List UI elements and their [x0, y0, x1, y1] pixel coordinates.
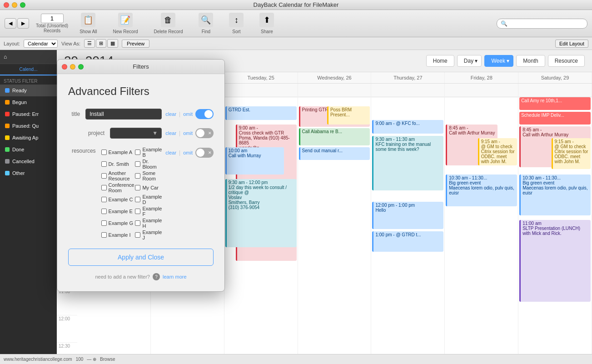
project-filter-label: project	[68, 130, 104, 136]
resource-label: Example A	[109, 150, 133, 155]
resource-label: Example C	[109, 197, 133, 202]
resource-label: Example D	[142, 194, 162, 205]
resource-label: Dr. Smith	[109, 161, 129, 167]
modal-heading: Advanced Filters	[68, 85, 214, 98]
resources-separator: |	[179, 150, 180, 156]
resource-item[interactable]: Dr. Bloom	[135, 159, 162, 170]
resource-checkbox[interactable]	[101, 209, 107, 214]
title-filter-label: title	[68, 111, 80, 117]
resource-label: Example H	[142, 218, 162, 229]
modal-window-controls	[62, 64, 84, 70]
resources-list: Example AExample BDr. SmithDr. BloomAnot…	[101, 147, 162, 240]
title-separator: |	[179, 111, 180, 117]
resource-checkbox[interactable]	[135, 232, 140, 238]
help-row: need to add a new filter? ? learn more	[68, 273, 214, 280]
modal-title: Filters	[133, 63, 149, 70]
resource-label: Example E	[109, 209, 133, 214]
resources-omit-link[interactable]: omit	[183, 150, 193, 155]
modal-minimize-button[interactable]	[70, 64, 75, 70]
resource-item[interactable]: Some Room	[135, 170, 162, 181]
resources-clear-link[interactable]: clear	[165, 150, 176, 155]
resource-item[interactable]: Example F	[135, 206, 162, 217]
project-toggle[interactable]	[195, 128, 214, 138]
project-separator: |	[179, 130, 180, 136]
resource-checkbox[interactable]	[101, 197, 107, 202]
chevron-down-icon: ▼	[152, 130, 158, 136]
filters-modal: Filters Advanced Filters title clear | o…	[57, 59, 225, 292]
resource-label: Conference Room	[109, 182, 134, 193]
help-text: need to add a new filter?	[95, 274, 149, 279]
apply-close-button[interactable]: Apply and Close	[68, 249, 214, 266]
resource-item[interactable]: Example G	[101, 218, 134, 229]
resources-section: Example AExample BDr. SmithDr. BloomAnot…	[101, 147, 162, 240]
title-filter-input[interactable]	[85, 109, 162, 120]
resource-checkbox[interactable]	[101, 232, 107, 238]
resource-item[interactable]: Example E	[101, 206, 134, 217]
project-clear-link[interactable]: clear	[165, 130, 176, 136]
resource-item[interactable]: My Car	[135, 182, 162, 193]
resources-toggle[interactable]	[195, 148, 214, 158]
resource-checkbox[interactable]	[135, 209, 140, 214]
resource-label: Example G	[109, 220, 133, 226]
resource-item[interactable]: Example J	[135, 229, 162, 240]
title-toggle-knob	[204, 110, 213, 118]
resource-label: Some Room	[142, 170, 162, 181]
help-icon[interactable]: ?	[153, 273, 160, 280]
resource-item[interactable]: Another Resource	[101, 170, 134, 181]
project-omit-link[interactable]: omit	[183, 130, 193, 136]
modal-title-bar: Filters	[57, 60, 224, 74]
resources-filter-actions: clear | omit	[165, 148, 214, 158]
resource-item[interactable]: Conference Room	[101, 182, 134, 193]
resource-label: Example F	[142, 206, 162, 217]
title-filter-actions: clear | omit	[165, 109, 214, 119]
resource-checkbox[interactable]	[101, 173, 107, 179]
project-toggle-knob	[196, 129, 204, 137]
resource-checkbox[interactable]	[135, 197, 140, 202]
resource-label: Another Resource	[109, 170, 134, 181]
resources-filter-row: resources Example AExample BDr. SmithDr.…	[68, 147, 214, 240]
resource-checkbox[interactable]	[135, 150, 140, 155]
resource-item[interactable]: Dr. Smith	[101, 159, 134, 170]
resource-item[interactable]: Example D	[135, 194, 162, 205]
title-omit-link[interactable]: omit	[183, 111, 193, 117]
resource-item[interactable]: Example B	[135, 147, 162, 158]
resource-label: Dr. Bloom	[142, 159, 162, 170]
modal-close-button[interactable]	[62, 64, 67, 70]
resources-label: resources	[68, 148, 96, 154]
resource-item[interactable]: Example H	[135, 218, 162, 229]
project-dropdown[interactable]: ▼	[110, 128, 162, 139]
resource-checkbox[interactable]	[101, 161, 107, 167]
title-clear-link[interactable]: clear	[165, 111, 176, 117]
resource-checkbox[interactable]	[135, 173, 140, 179]
modal-maximize-button[interactable]	[78, 64, 84, 70]
resource-label: Example I	[109, 232, 131, 238]
resource-label: My Car	[142, 185, 158, 190]
project-filter-row: project ▼ clear | omit	[68, 128, 214, 139]
resource-checkbox[interactable]	[101, 220, 107, 226]
title-toggle[interactable]	[195, 109, 214, 119]
resource-checkbox[interactable]	[135, 220, 140, 226]
resources-toggle-knob	[196, 149, 204, 157]
title-filter-row: title clear | omit	[68, 109, 214, 120]
resource-label: Example J	[142, 229, 162, 240]
resource-item[interactable]: Example A	[101, 147, 134, 158]
learn-more-link[interactable]: learn more	[163, 274, 187, 279]
project-filter-actions: clear | omit	[165, 128, 214, 138]
resource-checkbox[interactable]	[101, 150, 107, 155]
resource-item[interactable]: Example C	[101, 194, 134, 205]
resource-label: Example B	[142, 147, 162, 158]
resource-item[interactable]: Example I	[101, 229, 134, 240]
modal-body: Advanced Filters title clear | omit proj…	[57, 74, 224, 291]
resource-checkbox[interactable]	[135, 185, 140, 190]
modal-overlay: Filters Advanced Filters title clear | o…	[0, 0, 592, 364]
resource-checkbox[interactable]	[101, 185, 107, 190]
resource-checkbox[interactable]	[135, 161, 140, 167]
